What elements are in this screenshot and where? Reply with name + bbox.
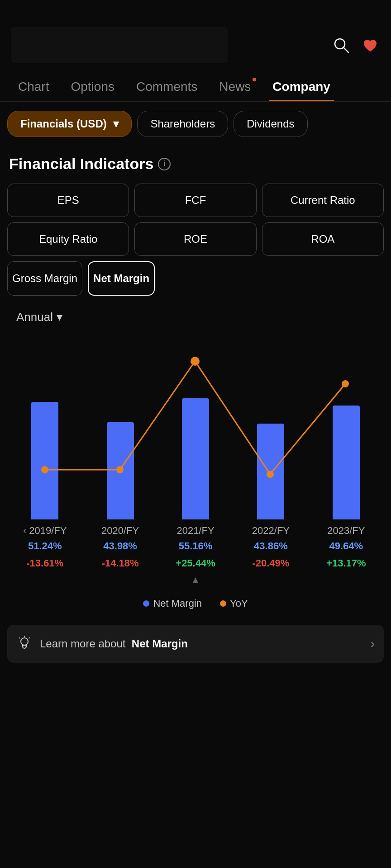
net-margin-2022: 43.86%	[233, 540, 308, 552]
main-nav: Chart Options Comments News Company	[0, 72, 391, 102]
yoy-col-2022: -20.49%	[233, 557, 308, 569]
net-margin-values: 51.24% 43.98% 55.16% 43.86% 49.64%	[7, 537, 384, 554]
yoy-2022: -20.49%	[233, 557, 308, 569]
indicators-row1: EPS FCF Current Ratio	[0, 184, 391, 222]
indicator-fcf[interactable]: FCF	[134, 184, 256, 217]
x-label-2023: 2023/FY	[309, 525, 384, 537]
annual-selector[interactable]: Annual ▾	[7, 305, 72, 330]
bar-2022	[233, 424, 308, 519]
learn-more-content: Learn more about Net Margin	[16, 636, 188, 652]
info-icon[interactable]: i	[158, 158, 171, 170]
collapse-button[interactable]: ▲	[7, 571, 384, 589]
bar-2020	[82, 422, 157, 519]
bar-chart	[7, 366, 384, 519]
legend-dot-yoy	[220, 600, 226, 607]
yoy-col-2021: +25.44%	[158, 557, 233, 569]
indicator-roe[interactable]: ROE	[134, 222, 256, 256]
app-header	[0, 0, 391, 72]
bar-2022-fill	[257, 424, 284, 519]
x-label-2020: 2020/FY	[82, 525, 157, 537]
data-col-2023: 49.64%	[309, 540, 384, 552]
net-margin-2021: 55.16%	[158, 540, 233, 552]
chevron-down-icon: ▾	[57, 310, 62, 324]
chart-legend: Net Margin YoY	[7, 589, 384, 614]
yoy-2019: -13.61%	[7, 557, 82, 569]
subtab-shareholders[interactable]: Shareholders	[137, 111, 228, 137]
net-margin-2019: 51.24%	[7, 540, 82, 552]
tab-company[interactable]: Company	[262, 72, 341, 101]
bar-2021	[158, 398, 233, 519]
net-margin-2020: 43.98%	[82, 540, 157, 552]
yoy-values: -13.61% -14.18% +25.44% -20.49% +13.17%	[7, 554, 384, 571]
bar-2019	[7, 402, 82, 519]
tab-comments[interactable]: Comments	[125, 72, 208, 101]
bulb-icon	[16, 636, 33, 652]
svg-point-7	[21, 638, 28, 645]
header-icons	[331, 35, 380, 55]
bar-2020-fill	[107, 422, 134, 519]
favorite-button[interactable]	[360, 35, 380, 55]
learn-more-banner[interactable]: Learn more about Net Margin ›	[7, 625, 384, 663]
yoy-2020: -14.18%	[82, 557, 157, 569]
subtab-financials[interactable]: Financials (USD) ▾	[7, 111, 132, 137]
indicator-eps[interactable]: EPS	[7, 184, 129, 217]
indicators-row2: Equity Ratio ROE ROA	[0, 222, 391, 261]
indicator-current-ratio[interactable]: Current Ratio	[262, 184, 384, 217]
x-axis-labels: ‹ 2019/FY 2020/FY 2021/FY 2022/FY 2023/F…	[7, 519, 384, 537]
data-col-2022: 43.86%	[233, 540, 308, 552]
chart-prev-button[interactable]: ‹	[23, 525, 26, 537]
yoy-col-2020: -14.18%	[82, 557, 157, 569]
learn-more-text: Learn more about Net Margin	[40, 637, 188, 650]
news-dot	[253, 78, 256, 81]
yoy-2021: +25.44%	[158, 557, 233, 569]
legend-net-margin: Net Margin	[143, 598, 202, 609]
yoy-col-2019: -13.61%	[7, 557, 82, 569]
legend-yoy: YoY	[220, 598, 248, 609]
svg-line-1	[343, 47, 348, 52]
chart-container	[7, 339, 384, 519]
data-col-2019: 51.24%	[7, 540, 82, 552]
indicator-net-margin[interactable]: Net Margin	[88, 261, 155, 296]
indicator-roa[interactable]: ROA	[262, 222, 384, 256]
bar-2019-fill	[31, 402, 58, 519]
indicator-equity-ratio[interactable]: Equity Ratio	[7, 222, 129, 256]
company-subtabs: Financials (USD) ▾ Shareholders Dividend…	[0, 102, 391, 146]
indicator-gross-margin[interactable]: Gross Margin	[7, 261, 82, 296]
stock-title-masked	[11, 27, 228, 63]
x-label-2022: 2022/FY	[233, 525, 308, 537]
svg-line-11	[19, 638, 20, 639]
svg-point-4	[191, 357, 200, 366]
bar-2023	[309, 406, 384, 519]
bar-2023-fill	[333, 406, 360, 519]
data-col-2021: 55.16%	[158, 540, 233, 552]
legend-dot-net-margin	[143, 600, 149, 607]
tab-chart[interactable]: Chart	[7, 72, 60, 101]
learn-more-arrow-icon: ›	[371, 637, 375, 651]
yoy-col-2023: +13.17%	[309, 557, 384, 569]
search-button[interactable]	[331, 35, 351, 55]
bar-2021-fill	[182, 398, 209, 519]
tab-news[interactable]: News	[208, 72, 262, 101]
chevron-up-icon: ▲	[191, 575, 200, 585]
net-margin-2023: 49.64%	[309, 540, 384, 552]
section-title: Financial Indicators i	[0, 146, 391, 184]
yoy-2023: +13.17%	[309, 557, 384, 569]
x-label-2021: 2021/FY	[158, 525, 233, 537]
data-col-2020: 43.98%	[82, 540, 157, 552]
tab-options[interactable]: Options	[60, 72, 125, 101]
chart-area: ‹ 2019/FY 2020/FY 2021/FY 2022/FY 2023/F…	[0, 334, 391, 614]
subtab-dividends[interactable]: Dividends	[234, 111, 307, 137]
x-label-2019: 2019/FY	[29, 525, 67, 537]
svg-line-12	[29, 638, 30, 639]
